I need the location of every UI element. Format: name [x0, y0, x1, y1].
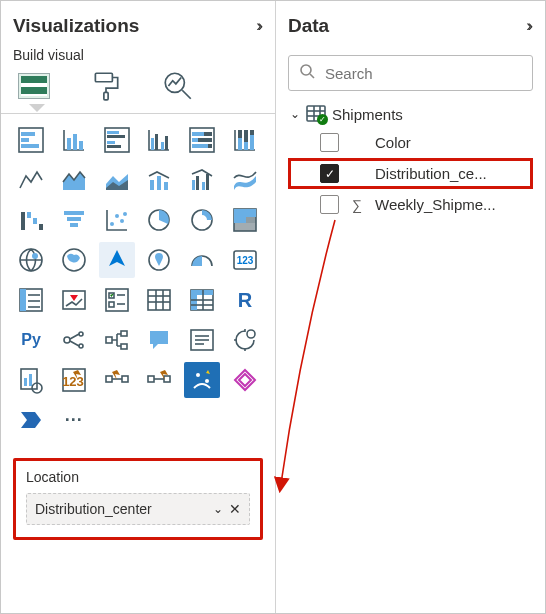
- search-input[interactable]: [323, 64, 522, 83]
- viz-key-influencers[interactable]: [56, 322, 92, 358]
- analytics-tab[interactable]: [161, 69, 195, 103]
- svg-rect-75: [148, 290, 170, 310]
- viz-azure-map[interactable]: [99, 242, 135, 278]
- svg-rect-65: [20, 289, 26, 311]
- viz-line-clustered-column[interactable]: [184, 162, 220, 198]
- viz-pie[interactable]: [141, 202, 177, 238]
- well-label-location: Location: [26, 469, 250, 485]
- svg-rect-0: [95, 73, 112, 82]
- viz-area[interactable]: [56, 162, 92, 198]
- analytics-icon: [161, 69, 195, 103]
- svg-rect-27: [238, 130, 242, 138]
- viz-100-stacked-bar[interactable]: [184, 122, 220, 158]
- viz-ai-insights[interactable]: [141, 362, 177, 398]
- svg-rect-13: [107, 141, 115, 144]
- viz-table[interactable]: [141, 282, 177, 318]
- viz-slicer[interactable]: [99, 282, 135, 318]
- viz-decomposition-tree[interactable]: [99, 322, 135, 358]
- table-name: Shipments: [332, 106, 403, 123]
- svg-text:123: 123: [62, 374, 84, 389]
- svg-rect-36: [196, 176, 199, 190]
- svg-rect-99: [29, 374, 32, 386]
- viz-stacked-area[interactable]: [99, 162, 135, 198]
- remove-field-button[interactable]: ✕: [229, 501, 241, 517]
- viz-qna[interactable]: [141, 322, 177, 358]
- format-visual-tab[interactable]: [89, 69, 123, 103]
- location-field-pill[interactable]: Distribution_center ⌄ ✕: [26, 493, 250, 525]
- svg-rect-56: [246, 217, 256, 223]
- svg-rect-17: [161, 142, 164, 150]
- checkbox-checked[interactable]: ✓: [320, 164, 339, 183]
- viz-paginated[interactable]: [227, 322, 263, 358]
- viz-filled-map[interactable]: [56, 242, 92, 278]
- svg-rect-16: [155, 134, 158, 150]
- viz-stacked-column[interactable]: [56, 122, 92, 158]
- search-box[interactable]: [288, 55, 533, 91]
- svg-point-109: [301, 65, 311, 75]
- viz-more-visuals[interactable]: [184, 362, 220, 398]
- viz-python-visual[interactable]: Py: [13, 322, 49, 358]
- build-visual-tab[interactable]: [17, 69, 51, 103]
- viz-100-stacked-column[interactable]: [227, 122, 263, 158]
- svg-rect-73: [109, 302, 114, 307]
- viz-power-automate-2[interactable]: [13, 402, 49, 438]
- checkbox-unchecked[interactable]: [320, 195, 339, 214]
- svg-rect-91: [121, 344, 127, 349]
- viz-matrix[interactable]: [184, 282, 220, 318]
- viz-clustered-column[interactable]: [141, 122, 177, 158]
- viz-stacked-bar[interactable]: [13, 122, 49, 158]
- check-badge-icon: ✓: [317, 114, 328, 125]
- svg-rect-105: [148, 376, 154, 382]
- viz-card[interactable]: 123: [227, 242, 263, 278]
- viz-arcgis-map[interactable]: [141, 242, 177, 278]
- viz-gauge[interactable]: [184, 242, 220, 278]
- field-label: Color: [375, 134, 529, 151]
- viz-multi-row-card[interactable]: [13, 282, 49, 318]
- svg-rect-9: [79, 141, 83, 150]
- viz-funnel[interactable]: [56, 202, 92, 238]
- svg-rect-11: [107, 131, 119, 134]
- svg-rect-32: [150, 180, 154, 190]
- viz-clustered-bar[interactable]: [99, 122, 135, 158]
- viz-waterfall[interactable]: [13, 202, 49, 238]
- svg-rect-43: [64, 211, 84, 215]
- viz-get-more-visuals[interactable]: [227, 362, 263, 398]
- viz-line[interactable]: [13, 162, 49, 198]
- checkbox-unchecked[interactable]: [320, 133, 339, 152]
- viz-metrics[interactable]: [13, 362, 49, 398]
- svg-rect-45: [70, 223, 78, 227]
- viz-smart-narrative[interactable]: [184, 322, 220, 358]
- search-icon: [299, 63, 315, 83]
- svg-rect-1: [104, 92, 108, 99]
- viz-kpi[interactable]: [56, 282, 92, 318]
- viz-ribbon[interactable]: [227, 162, 263, 198]
- viz-ellipsis[interactable]: ···: [56, 402, 92, 438]
- viz-power-apps[interactable]: 123: [56, 362, 92, 398]
- svg-point-87: [79, 332, 83, 336]
- collapse-data-button[interactable]: ››: [526, 17, 533, 35]
- viz-treemap[interactable]: [227, 202, 263, 238]
- svg-rect-38: [206, 174, 209, 190]
- data-title: Data: [288, 15, 329, 37]
- viz-scatter[interactable]: [99, 202, 135, 238]
- chevron-down-icon[interactable]: ⌄: [213, 502, 223, 516]
- viz-r-visual[interactable]: R: [227, 282, 263, 318]
- viz-power-automate[interactable]: [99, 362, 135, 398]
- viz-map[interactable]: [13, 242, 49, 278]
- field-distribution-center[interactable]: ✓ Distribution_ce...: [288, 158, 533, 189]
- viz-donut[interactable]: [184, 202, 220, 238]
- collapse-visualizations-button[interactable]: ››: [256, 17, 263, 35]
- svg-point-88: [79, 344, 83, 348]
- field-weekly-shipments[interactable]: ∑ Weekly_Shipme...: [288, 189, 533, 220]
- table-shipments[interactable]: ⌄ ✓ Shipments: [288, 101, 533, 127]
- location-field-name: Distribution_center: [35, 501, 207, 517]
- svg-point-48: [120, 219, 124, 223]
- svg-point-52: [197, 215, 207, 225]
- viz-line-stacked-column[interactable]: [141, 162, 177, 198]
- svg-rect-55: [246, 209, 256, 217]
- svg-rect-4: [21, 132, 35, 136]
- svg-rect-8: [73, 134, 77, 150]
- svg-rect-29: [244, 130, 248, 142]
- svg-rect-44: [67, 217, 81, 221]
- field-color[interactable]: Color: [288, 127, 533, 158]
